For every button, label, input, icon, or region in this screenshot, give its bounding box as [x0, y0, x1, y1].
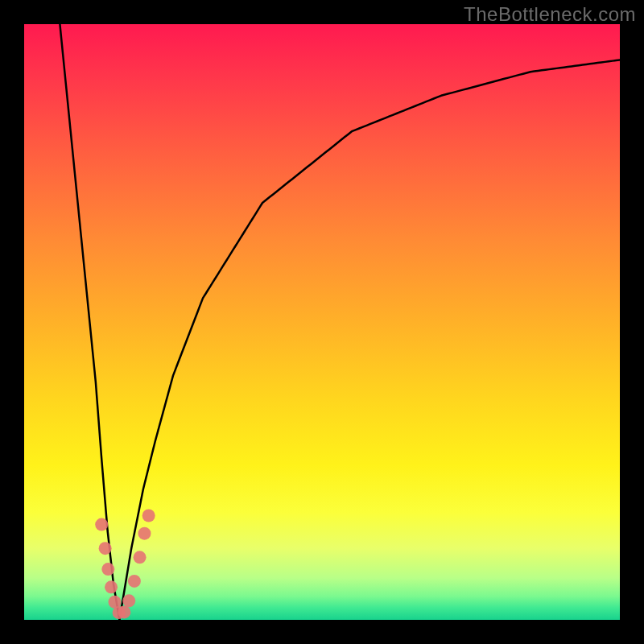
- watermark-text: TheBottleneck.com: [464, 3, 636, 26]
- marker-dot: [142, 510, 155, 522]
- marker-dot: [138, 527, 151, 540]
- chart-frame: TheBottleneck.com: [0, 0, 644, 644]
- series-bottleneck-left: [60, 24, 119, 620]
- curve-layer: [24, 24, 620, 620]
- marker-dot: [101, 563, 114, 576]
- marker-dot: [122, 594, 135, 607]
- series-bottleneck-right: [119, 60, 620, 620]
- marker-dot: [95, 518, 108, 531]
- marker-dot: [99, 542, 112, 555]
- marker-dot: [118, 605, 130, 618]
- marker-dot: [134, 551, 147, 564]
- plot-area: [24, 24, 620, 620]
- marker-dot: [128, 575, 141, 588]
- marker-dot: [105, 580, 118, 593]
